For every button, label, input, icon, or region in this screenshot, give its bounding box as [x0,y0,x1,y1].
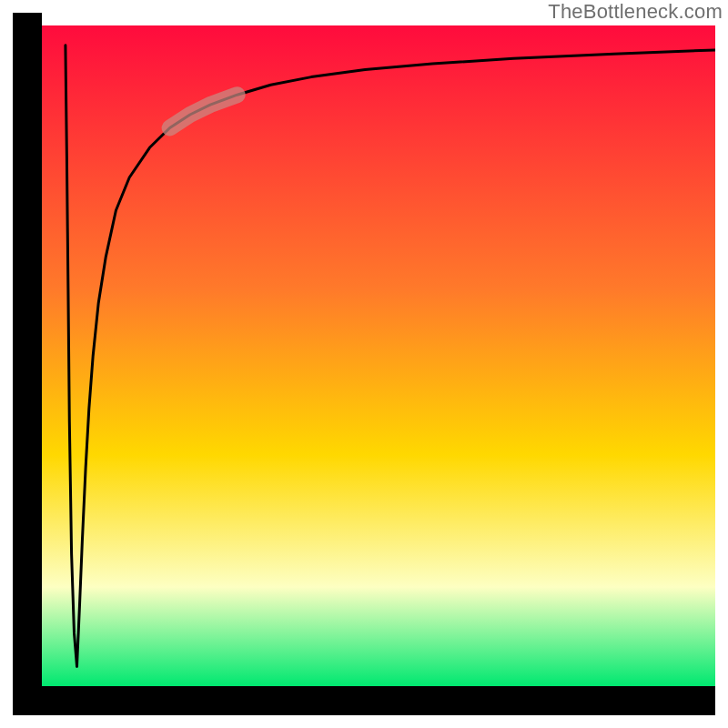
plot-background [42,25,715,686]
y-axis [13,13,42,715]
chart-frame: TheBottleneck.com [0,0,728,728]
watermark-text: TheBottleneck.com [548,0,723,24]
chart-svg [0,0,728,728]
x-axis [13,686,715,715]
